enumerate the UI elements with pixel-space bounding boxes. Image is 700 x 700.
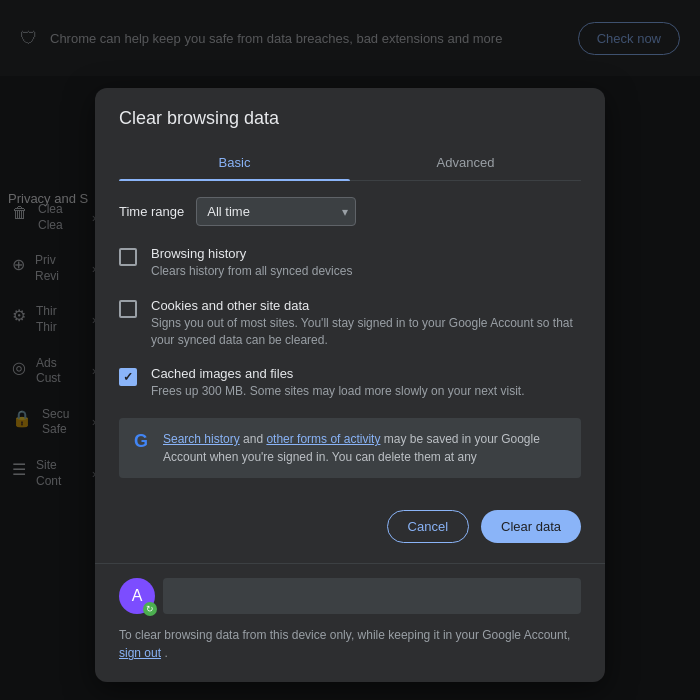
clear-browsing-data-dialog: Clear browsing data Basic Advanced Time … [95, 88, 605, 682]
tabs-container: Basic Advanced [119, 145, 581, 181]
google-logo: G [131, 431, 151, 452]
dialog-footer: Cancel Clear data [95, 498, 605, 563]
time-range-label: Time range [119, 204, 184, 219]
search-history-link[interactable]: Search history [163, 432, 240, 446]
sign-out-link[interactable]: sign out [119, 646, 161, 660]
time-range-select-wrapper: Last hour Last 24 hours Last 7 days Last… [196, 197, 356, 226]
clear-data-button[interactable]: Clear data [481, 510, 581, 543]
google-info-and: and [243, 432, 266, 446]
browsing-history-title: Browsing history [151, 246, 352, 261]
google-info-text: Search history and other forms of activi… [163, 430, 569, 466]
checkbox-cookies: Cookies and other site data Signs you ou… [119, 298, 581, 349]
browsing-history-checkbox[interactable] [119, 248, 137, 266]
cookies-checkbox[interactable] [119, 300, 137, 318]
bottom-note-end: . [164, 646, 167, 660]
bottom-section: A ↻ To clear browsing data from this dev… [95, 563, 605, 682]
dialog-title: Clear browsing data [119, 108, 581, 129]
cancel-button[interactable]: Cancel [387, 510, 469, 543]
avatar-letter: A [132, 587, 143, 605]
avatar: A ↻ [119, 578, 155, 614]
tab-basic[interactable]: Basic [119, 145, 350, 180]
google-info-box: G Search history and other forms of acti… [119, 418, 581, 478]
checkbox-browsing-history: Browsing history Clears history from all… [119, 246, 581, 280]
browsing-history-desc: Clears history from all synced devices [151, 263, 352, 280]
time-range-row: Time range Last hour Last 24 hours Last … [119, 197, 581, 226]
dialog-header: Clear browsing data Basic Advanced [95, 88, 605, 181]
cookies-desc: Signs you out of most sites. You'll stay… [151, 315, 581, 349]
cached-desc: Frees up 300 MB. Some sites may load mor… [151, 383, 524, 400]
bottom-note-text: To clear browsing data from this device … [119, 628, 570, 642]
bottom-note: To clear browsing data from this device … [119, 626, 581, 662]
avatar-row: A ↻ [119, 578, 581, 614]
cookies-content: Cookies and other site data Signs you ou… [151, 298, 581, 349]
checkbox-cached: Cached images and files Frees up 300 MB.… [119, 366, 581, 400]
cookies-title: Cookies and other site data [151, 298, 581, 313]
tab-advanced[interactable]: Advanced [350, 145, 581, 180]
browsing-history-content: Browsing history Clears history from all… [151, 246, 352, 280]
avatar-input-placeholder [163, 578, 581, 614]
time-range-select[interactable]: Last hour Last 24 hours Last 7 days Last… [196, 197, 356, 226]
avatar-sync-icon: ↻ [143, 602, 157, 616]
cached-title: Cached images and files [151, 366, 524, 381]
other-forms-link[interactable]: other forms of activity [266, 432, 380, 446]
dialog-body: Time range Last hour Last 24 hours Last … [95, 181, 605, 498]
cached-checkbox[interactable] [119, 368, 137, 386]
cached-content: Cached images and files Frees up 300 MB.… [151, 366, 524, 400]
